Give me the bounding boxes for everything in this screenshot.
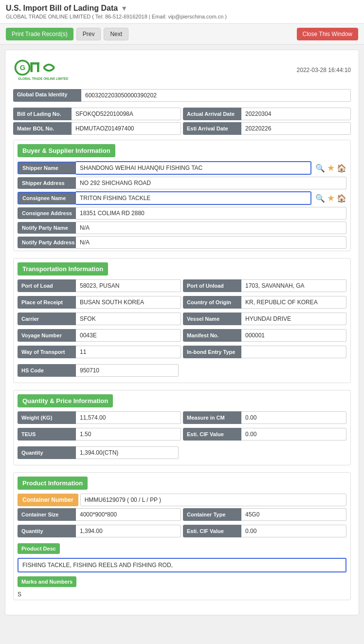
container-size-row: Container Size 4000*900*800 bbox=[18, 508, 181, 521]
transportation-title: Transportation Information bbox=[18, 262, 108, 276]
product-cif-value: 0.00 bbox=[241, 525, 346, 537]
country-label: Country of Origin bbox=[183, 296, 241, 309]
consignee-icons: 🔍 ★ 🏠 bbox=[315, 193, 346, 203]
manifest-value: 000001 bbox=[241, 329, 346, 342]
mbol-label: Mater BOL No. bbox=[13, 122, 72, 135]
notify-addr-value: N/A bbox=[76, 236, 346, 249]
actual-arrival-value: 20220304 bbox=[241, 108, 351, 120]
product-desc-value: FISHING TACKLE, FISHING REELS AND FISHIN… bbox=[18, 558, 346, 572]
quantity-grid: Weight (KG) 11,574.00 Measure in CM 0.00… bbox=[14, 411, 350, 446]
print-button[interactable]: Print Trade Record(s) bbox=[6, 28, 73, 40]
teus-row: TEUS 1.50 bbox=[18, 428, 181, 441]
main-content: G GLOBAL TRADE ONLINE LIMITED 2022-03-28… bbox=[5, 50, 359, 615]
timestamp: 2022-03-28 16:44:10 bbox=[297, 67, 351, 74]
quantity-section: Quantity & Price Information Weight (KG)… bbox=[13, 390, 351, 465]
logo: G GLOBAL TRADE ONLINE LIMITED bbox=[13, 58, 72, 82]
consignee-name-label: Consignee Name bbox=[18, 192, 76, 204]
quantity-title: Quantity & Price Information bbox=[18, 394, 113, 407]
container-number-button[interactable]: Container Number bbox=[18, 494, 78, 506]
company-logo: G GLOBAL TRADE ONLINE LIMITED bbox=[13, 58, 72, 82]
next-button[interactable]: Next bbox=[104, 28, 128, 40]
port-load-value: 58023, PUSAN bbox=[76, 279, 181, 292]
voyage-label: Voyage Number bbox=[18, 329, 76, 342]
prev-button[interactable]: Prev bbox=[76, 28, 101, 40]
inbond-value bbox=[241, 346, 346, 358]
port-unload-value: 1703, SAVANNAH, GA bbox=[241, 279, 346, 292]
consignee-name-row: Consignee Name TRITON FISHING TACKLE 🔍 ★… bbox=[14, 191, 350, 205]
product-cif-row: Esti. CIF Value 0.00 bbox=[183, 525, 346, 537]
container-type-row: Container Type 45G0 bbox=[183, 508, 346, 521]
search-icon[interactable]: 🔍 bbox=[315, 164, 325, 173]
product-qty-value: 1,394.00 bbox=[76, 525, 181, 537]
marks-label: Marks and Numbers bbox=[18, 576, 76, 587]
measure-label: Measure in CM bbox=[183, 411, 241, 424]
page-subtitle: GLOBAL TRADE ONLINE LIMITED ( Tel: 86-51… bbox=[6, 14, 358, 19]
notify-party-row: Notify Party Name N/A bbox=[14, 221, 350, 234]
star-icon[interactable]: ★ bbox=[327, 163, 335, 173]
product-section: Product Information Container Number HMM… bbox=[13, 472, 351, 600]
shipper-addr-label: Shipper Address bbox=[18, 177, 76, 189]
product-qty-row: Quantity 1,394.00 bbox=[18, 525, 181, 537]
svg-rect-4 bbox=[37, 62, 39, 72]
teus-value: 1.50 bbox=[76, 428, 181, 441]
esti-arrival-value: 20220226 bbox=[241, 122, 351, 135]
shipper-name-value: SHANDONG WEIHAI HUANQIU FISHING TAC bbox=[76, 161, 311, 175]
shipper-name-label: Shipper Name bbox=[18, 162, 76, 174]
cif-row: Esti. CIF Value 0.00 bbox=[183, 428, 346, 441]
product-qty-label: Quantity bbox=[18, 525, 76, 537]
shipper-addr-row: Shipper Address NO 292 SHICHANG ROAD bbox=[14, 177, 350, 189]
vessel-value: HYUNDAI DRIVE bbox=[241, 313, 346, 325]
consignee-name-value: TRITON FISHING TACKLE bbox=[76, 191, 311, 205]
weight-label: Weight (KG) bbox=[18, 411, 76, 424]
global-data-value: 6003202203050000390202 bbox=[81, 89, 351, 102]
dropdown-arrow-icon[interactable]: ▼ bbox=[121, 4, 127, 12]
qty-value: 1,394.00(CTN) bbox=[76, 446, 179, 459]
port-unload-label: Port of Unload bbox=[183, 279, 241, 292]
buyer-supplier-section: Buyer & Supplier Information Shipper Nam… bbox=[13, 140, 351, 251]
weight-value: 11,574.00 bbox=[76, 411, 181, 424]
close-button[interactable]: Close This Window bbox=[297, 28, 358, 40]
transportation-section: Transportation Information Port of Load … bbox=[13, 258, 351, 383]
product-desc-container: Product Desc bbox=[14, 543, 350, 556]
bol-row-2: Mater BOL No. HDMUTAOZ01497400 Esti Arri… bbox=[13, 122, 351, 135]
measure-row: Measure in CM 0.00 bbox=[183, 411, 346, 424]
actual-arrival-label: Actual Arrival Date bbox=[183, 108, 241, 120]
bol-no-label: Bill of Lading No. bbox=[13, 108, 72, 120]
shipper-name-row: Shipper Name SHANDONG WEIHAI HUANQIU FIS… bbox=[14, 161, 350, 175]
home-icon-2[interactable]: 🏠 bbox=[337, 194, 346, 203]
place-receipt-value: BUSAN SOUTH KOREA bbox=[76, 296, 181, 309]
search-icon-2[interactable]: 🔍 bbox=[315, 194, 325, 203]
notify-party-label: Notify Party Name bbox=[18, 222, 76, 234]
svg-text:GLOBAL TRADE ONLINE LIMITED: GLOBAL TRADE ONLINE LIMITED bbox=[18, 77, 69, 80]
container-num-row: Container Number HMMU6129079 ( 00 / L / … bbox=[14, 494, 350, 508]
voyage-value: 0043E bbox=[76, 329, 181, 342]
consignee-addr-row: Consignee Address 18351 COLIMA RD 2880 bbox=[14, 207, 350, 220]
svg-text:G: G bbox=[20, 64, 25, 72]
buyer-supplier-title: Buyer & Supplier Information bbox=[18, 144, 115, 157]
product-title: Product Information bbox=[18, 477, 88, 490]
product-desc-label: Product Desc bbox=[18, 543, 60, 554]
hs-row: HS Code 950710 bbox=[14, 364, 350, 383]
notify-addr-row: Notify Party Address N/A bbox=[14, 236, 350, 249]
product-cif-label: Esti. CIF Value bbox=[183, 525, 241, 537]
star-icon-2[interactable]: ★ bbox=[327, 193, 335, 203]
notify-addr-label: Notify Party Address bbox=[18, 237, 76, 248]
container-type-label: Container Type bbox=[183, 508, 241, 521]
way-value: 11 bbox=[76, 346, 181, 358]
hs-label: HS Code bbox=[18, 364, 76, 377]
way-label: Way of Transport bbox=[18, 346, 76, 358]
marks-value: S bbox=[14, 589, 350, 600]
country-value: KR, REPUBLIC OF KOREA bbox=[241, 296, 346, 309]
page-title: U.S. Import Bill of Lading Data ▼ bbox=[6, 4, 358, 13]
shipper-addr-value: NO 292 SHICHANG ROAD bbox=[76, 177, 346, 189]
cif-value: 0.00 bbox=[241, 428, 346, 441]
country-row: Country of Origin KR, REPUBLIC OF KOREA bbox=[183, 296, 346, 309]
port-unload-row: Port of Unload 1703, SAVANNAH, GA bbox=[183, 279, 346, 292]
notify-party-value: N/A bbox=[76, 221, 346, 234]
marks-container: Marks and Numbers bbox=[14, 574, 350, 589]
consignee-addr-label: Consignee Address bbox=[18, 207, 76, 219]
home-icon[interactable]: 🏠 bbox=[337, 164, 346, 173]
global-data-row: Global Data Identity 6003202203050000390… bbox=[13, 89, 351, 106]
carrier-label: Carrier bbox=[18, 313, 76, 325]
cif-label: Esti. CIF Value bbox=[183, 428, 241, 441]
